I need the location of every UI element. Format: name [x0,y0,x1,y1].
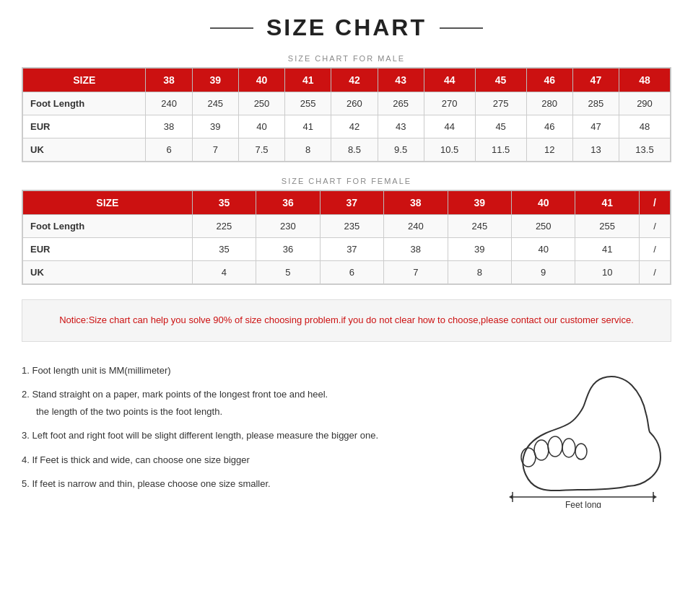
table-cell: / [639,238,670,261]
male-header-41: 41 [285,69,331,92]
page-container: SIZE CHART SIZE CHART FOR MALE SIZE38394… [0,0,693,532]
instruction-item: 1. Foot length unit is MM(millimeter) [22,364,448,378]
table-cell: 40 [238,115,284,138]
male-header-45: 45 [475,69,526,92]
table-cell: 38 [384,238,448,261]
table-cell: 280 [526,92,572,115]
table-cell: 46 [526,115,572,138]
table-cell: 42 [331,115,378,138]
female-header-36: 36 [256,191,320,215]
male-size-table: SIZE3839404142434445464748 Foot Length24… [22,68,671,162]
table-cell: 48 [619,115,671,138]
table-cell: 265 [378,92,424,115]
table-cell: 255 [285,92,331,115]
table-cell: 255 [575,215,639,238]
table-row: Foot Length24024525025526026527027528028… [23,92,671,115]
instruction-item: 5. If feet is narrow and thin, please ch… [22,477,448,491]
male-header-SIZE: SIZE [23,69,146,92]
table-cell: 250 [238,92,284,115]
instruction-item: 2. Stand straight on a paper, mark point… [22,387,448,402]
bottom-section: 1. Foot length unit is MM(millimeter)2. … [22,356,671,517]
table-cell: 40 [512,238,575,261]
female-header-38: 38 [384,191,448,215]
row-label: Foot Length [23,215,193,238]
table-cell: 5 [256,261,320,284]
table-cell: 37 [320,238,383,261]
svg-point-4 [575,444,587,459]
male-header-44: 44 [424,69,475,92]
table-cell: / [639,261,670,284]
table-cell: / [639,215,670,238]
table-cell: 47 [572,115,619,138]
table-cell: 7.5 [238,138,284,162]
table-cell: 8.5 [331,138,378,162]
table-row: EUR3839404142434445464748 [23,115,671,138]
table-cell: 7 [384,261,448,284]
table-cell: 41 [575,238,639,261]
table-cell: 8 [285,138,331,162]
notice-text: Notice:Size chart can help you solve 90%… [40,313,653,328]
table-row: UK45678910/ [23,261,671,284]
male-header-39: 39 [192,69,238,92]
main-title: SIZE CHART [266,14,427,41]
svg-text:Feet long: Feet long [565,500,601,508]
male-table-wrapper: SIZE3839404142434445464748 Foot Length24… [22,67,671,162]
table-cell: 260 [331,92,378,115]
male-header-46: 46 [526,69,572,92]
svg-point-3 [562,439,575,457]
male-header-43: 43 [378,69,424,92]
male-header-38: 38 [146,69,192,92]
row-label: UK [23,261,193,284]
table-cell: 9.5 [378,138,424,162]
instruction-item: 4. If Feet is thick and wide, can choose… [22,453,448,467]
svg-point-2 [548,436,562,457]
male-header-47: 47 [572,69,619,92]
table-cell: 38 [146,115,192,138]
table-cell: 10 [575,261,639,284]
table-cell: 235 [320,215,383,238]
table-cell: 230 [256,215,320,238]
table-cell: 13 [572,138,619,162]
table-cell: 39 [448,238,511,261]
table-cell: 240 [384,215,448,238]
table-row: Foot Length225230235240245250255/ [23,215,671,238]
row-label: Foot Length [23,92,146,115]
female-table-wrapper: SIZE35363738394041/ Foot Length225230235… [22,190,671,285]
table-row: EUR35363738394041/ [23,238,671,261]
table-cell: 245 [448,215,511,238]
table-cell: 290 [619,92,671,115]
title-line-right [440,27,483,29]
row-label: UK [23,138,146,162]
instructions-list: 1. Foot length unit is MM(millimeter)2. … [22,364,448,501]
notice-box: Notice:Size chart can help you solve 90%… [22,299,671,342]
row-label: EUR [23,238,193,261]
table-cell: 6 [146,138,192,162]
foot-diagram: Feet long [469,364,671,510]
table-cell: 4 [192,261,256,284]
instruction-item: the length of the two points is the foot… [36,405,448,419]
row-label: EUR [23,115,146,138]
table-cell: 8 [448,261,511,284]
table-cell: 41 [285,115,331,138]
male-header-42: 42 [331,69,378,92]
title-row: SIZE CHART [22,14,671,41]
instruction-item: 3. Left foot and right foot will be slig… [22,428,448,443]
title-line-left [210,27,253,29]
table-cell: 39 [192,115,238,138]
table-row: UK677.588.59.510.511.5121313.5 [23,138,671,162]
svg-point-1 [534,440,549,460]
table-cell: 245 [192,92,238,115]
table-cell: 270 [424,92,475,115]
table-cell: 240 [146,92,192,115]
table-cell: 7 [192,138,238,162]
female-header-40: 40 [512,191,575,215]
table-cell: 13.5 [619,138,671,162]
table-cell: 6 [320,261,383,284]
table-cell: 9 [512,261,575,284]
female-header-39: 39 [448,191,511,215]
female-header-41: 41 [575,191,639,215]
table-cell: 225 [192,215,256,238]
table-cell: 35 [192,238,256,261]
table-cell: 250 [512,215,575,238]
table-cell: 36 [256,238,320,261]
